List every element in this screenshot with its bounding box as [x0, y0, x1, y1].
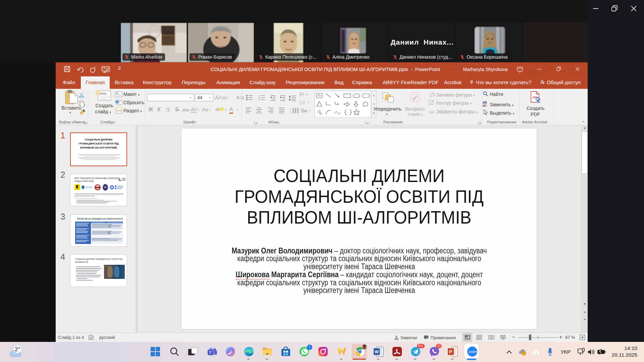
- svg-text:!: !: [524, 352, 525, 356]
- svg-text:W: W: [375, 349, 379, 354]
- svg-text:3: 3: [259, 99, 260, 101]
- svg-text:P: P: [449, 349, 452, 354]
- svg-text:T: T: [209, 351, 211, 355]
- svg-text:!: !: [536, 351, 537, 354]
- svg-text:zoom: zoom: [469, 350, 477, 354]
- svg-text:2°: 2°: [15, 346, 20, 353]
